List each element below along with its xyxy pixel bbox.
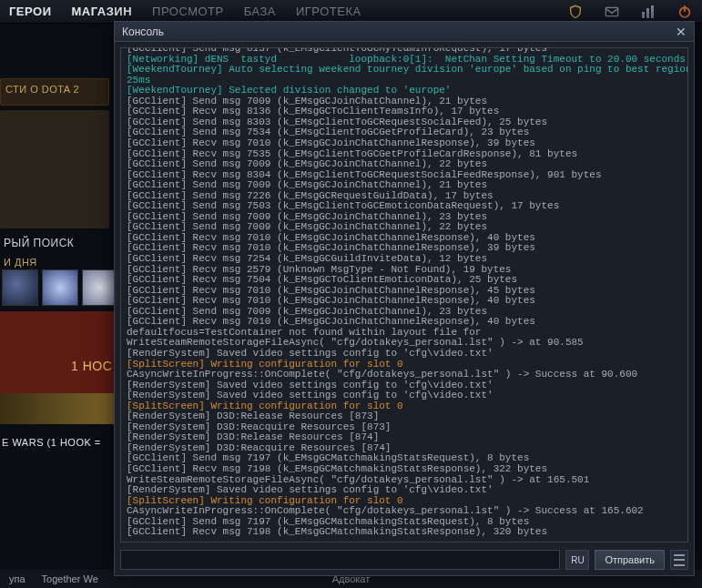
console-titlebar: Консоль ✕ xyxy=(115,22,694,42)
log-line: [RenderSystem] Saved video settings conf… xyxy=(127,485,682,496)
day-label: И ДНЯ xyxy=(4,257,37,268)
nav-heroes[interactable]: ГЕРОИ xyxy=(9,5,52,18)
menu-icon[interactable] xyxy=(670,550,688,570)
power-icon[interactable] xyxy=(677,4,693,20)
stats-icon[interactable] xyxy=(640,4,656,20)
bottom-mid-text: Together We xyxy=(42,573,98,584)
svg-rect-3 xyxy=(651,5,654,18)
log-line: [RenderSystem] Saved video settings conf… xyxy=(127,390,682,401)
log-line: [GCClient] Send msg 7009 (k_EMsgGCJoinCh… xyxy=(127,159,682,170)
send-button[interactable]: Отправить xyxy=(595,550,665,570)
nav-base[interactable]: БАЗА xyxy=(244,5,276,18)
mail-icon[interactable] xyxy=(604,4,620,20)
news-label: СТИ О DOTA 2 xyxy=(5,84,79,95)
nav-watch[interactable]: ПРОСМОТР xyxy=(152,5,224,18)
lang-indicator[interactable]: RU xyxy=(565,550,589,570)
svg-rect-0 xyxy=(605,7,617,15)
wars-label: E WARS (1 HOOK = xyxy=(2,437,101,448)
quick-search-label: РЫЙ ПОИСК xyxy=(4,237,74,249)
shield-icon[interactable] xyxy=(567,4,584,20)
console-log[interactable]: **** Unable to localize '#DOTA_Friend_Jo… xyxy=(120,47,688,542)
hook-label: 1 HOC xyxy=(71,359,112,373)
nav-store[interactable]: МАГАЗИН xyxy=(72,5,133,18)
console-title: Консоль xyxy=(122,25,164,38)
log-line: [GCClient] Recv msg 7198 (k_EMsgGCMatchm… xyxy=(127,464,682,475)
console-window: Консоль ✕ **** Unable to localize '#DOTA… xyxy=(114,21,695,576)
log-line: [GCClient] Recv msg 7504 (k_EMsgGCToClie… xyxy=(127,275,682,286)
console-input-row: RU Отправить xyxy=(115,546,694,575)
log-line: CAsyncWriteInProgress::OnComplete( "cfg/… xyxy=(127,370,682,380)
log-line: [RenderSystem] Saved video settings conf… xyxy=(127,349,682,360)
close-icon[interactable]: ✕ xyxy=(676,25,687,39)
log-line: [GCClient] Recv msg 7010 (k_EMsgGCJoinCh… xyxy=(127,138,682,149)
log-line: CAsyncWriteInProgress::OnComplete( "cfg/… xyxy=(127,506,682,517)
log-line: [GCClient] Recv msg 7198 (k_EMsgGCMatchm… xyxy=(127,527,682,538)
console-input[interactable] xyxy=(120,550,560,570)
log-line: [WeekendTourney] Auto selecting weekend … xyxy=(127,65,682,76)
nav-library[interactable]: ИГРОТЕКА xyxy=(296,5,361,18)
bottom-left-text: упа xyxy=(9,573,25,584)
svg-rect-2 xyxy=(646,8,649,18)
log-line: [GCClient] Recv msg 7254 (k_EMsgGCGuildI… xyxy=(127,254,682,265)
svg-rect-1 xyxy=(642,12,645,18)
